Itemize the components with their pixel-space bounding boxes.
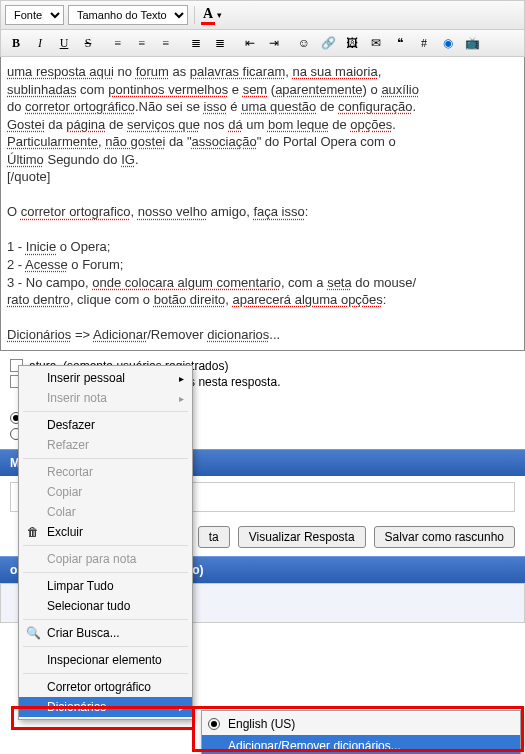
unordered-list-button[interactable]: ≣: [211, 34, 229, 52]
image-button[interactable]: 🖼: [343, 34, 361, 52]
draft-button[interactable]: Salvar como rascunho: [374, 526, 515, 548]
bold-button[interactable]: B: [7, 34, 25, 52]
link-button[interactable]: 🔗: [319, 34, 337, 52]
italic-button[interactable]: I: [31, 34, 49, 52]
font-select[interactable]: Fonte: [5, 5, 64, 25]
smiley-button[interactable]: ☺: [295, 34, 313, 52]
font-toolbar: Fonte Tamanho do Texto A▾: [0, 0, 525, 30]
menu-redo[interactable]: Refazer: [19, 435, 192, 455]
submenu-arrow-icon: ▸: [179, 373, 184, 384]
menu-paste[interactable]: Colar: [19, 502, 192, 522]
align-center-button[interactable]: ≡: [133, 34, 151, 52]
outdent-button[interactable]: ⇤: [241, 34, 259, 52]
trash-icon: 🗑: [25, 525, 41, 539]
context-menu: Inserir pessoal▸ Inserir nota▸ Desfazer …: [18, 365, 193, 623]
menu-insert-note[interactable]: Inserir nota▸: [19, 388, 192, 408]
menu-copy[interactable]: Copiar: [19, 482, 192, 502]
underline-button[interactable]: U: [55, 34, 73, 52]
menu-clear-all[interactable]: Limpar Tudo: [19, 576, 192, 596]
menu-undo[interactable]: Desfazer: [19, 415, 192, 435]
align-left-button[interactable]: ≡: [109, 34, 127, 52]
submit-button[interactable]: ta: [198, 526, 230, 548]
code-button[interactable]: #: [415, 34, 433, 52]
submenu-arrow-icon: ▸: [179, 393, 184, 404]
size-select[interactable]: Tamanho do Texto: [68, 5, 188, 25]
menu-select-all[interactable]: Selecionar tudo: [19, 596, 192, 616]
font-color-picker[interactable]: A▾: [201, 6, 222, 25]
menu-copy-note[interactable]: Copiar para nota: [19, 549, 192, 569]
strike-button[interactable]: S: [79, 34, 97, 52]
indent-button[interactable]: ⇥: [265, 34, 283, 52]
menu-delete[interactable]: 🗑Excluir: [19, 522, 192, 542]
email-button[interactable]: ✉: [367, 34, 385, 52]
format-toolbar: B I U S ≡ ≡ ≡ ≣ ≣ ⇤ ⇥ ☺ 🔗 🖼 ✉ ❝ # ◉ 📺: [0, 30, 525, 57]
ordered-list-button[interactable]: ≣: [187, 34, 205, 52]
quote-button[interactable]: ❝: [391, 34, 409, 52]
tv-button[interactable]: 📺: [463, 34, 481, 52]
menu-cut[interactable]: Recortar: [19, 462, 192, 482]
menu-insert-personal[interactable]: Inserir pessoal▸: [19, 368, 192, 388]
media-button[interactable]: ◉: [439, 34, 457, 52]
align-right-button[interactable]: ≡: [157, 34, 175, 52]
preview-button[interactable]: Visualizar Resposta: [238, 526, 366, 548]
editor-textarea[interactable]: uma resposta aqui no forum as palavras f…: [0, 57, 525, 351]
